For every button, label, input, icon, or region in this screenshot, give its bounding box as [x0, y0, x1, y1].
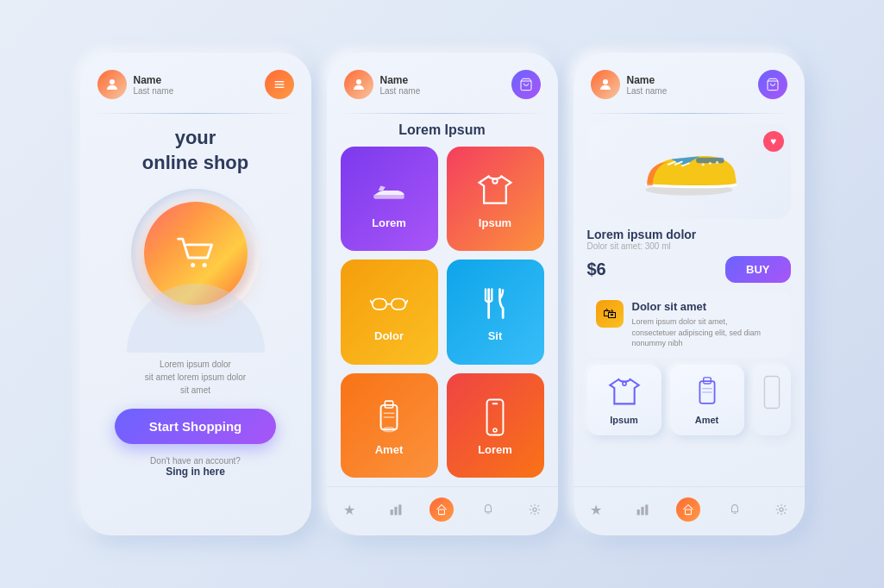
related-label-ipsum: Ipsum	[610, 415, 637, 425]
avatar-2	[344, 70, 373, 99]
hero-description: Lorem ipsum dolor sit amet lorem ipsum d…	[145, 358, 246, 397]
svg-point-30	[603, 79, 608, 84]
nav-bell-3[interactable]	[723, 497, 747, 522]
related-item-ipsum[interactable]: Ipsum	[587, 365, 661, 435]
related-label-amet: Amet	[695, 415, 719, 425]
svg-point-0	[110, 79, 115, 84]
product-desc: Dolor sit amet: 300 ml	[587, 241, 791, 251]
buy-button[interactable]: BUY	[725, 256, 790, 283]
nav-chart-3[interactable]	[630, 497, 655, 522]
related-items: Ipsum Amet	[587, 365, 791, 435]
avatar-1	[97, 70, 127, 99]
svg-point-5	[202, 263, 206, 267]
glasses-icon	[370, 285, 408, 322]
cart-button-2[interactable]	[511, 70, 541, 99]
svg-rect-1	[274, 81, 284, 82]
user-lastname-1: Last name	[134, 86, 174, 96]
menu-button-1[interactable]	[265, 70, 294, 99]
svg-rect-27	[439, 510, 445, 515]
shirt-icon	[476, 172, 514, 210]
tube-icon-1	[370, 398, 408, 436]
nav-chart-2[interactable]	[384, 497, 408, 522]
user-text-3: Name Last name	[627, 74, 668, 96]
nav-bell-2[interactable]	[476, 497, 500, 522]
nav-gear-3[interactable]	[769, 497, 793, 522]
user-name-1: Name	[134, 74, 174, 86]
svg-rect-2	[274, 84, 284, 84]
phone3-header: Name Last name	[574, 53, 805, 109]
category-label-lorem2: Lorem	[478, 443, 512, 456]
product-shoe-image	[633, 141, 745, 202]
category-lorem2[interactable]: Lorem	[447, 373, 544, 478]
promo-section: 🛍 Dolor sit amet Lorem ipsum dolor sit a…	[587, 291, 791, 358]
phone-icon	[476, 398, 514, 436]
divider-3	[585, 113, 793, 114]
category-lorem[interactable]: Lorem	[341, 147, 438, 251]
signin-link[interactable]: Sing in here	[150, 466, 241, 478]
phone2-header: Name Last name	[327, 53, 558, 109]
svg-rect-26	[398, 504, 401, 515]
svg-rect-21	[487, 399, 504, 435]
promo-desc: Lorem ipsum dolor sit amet, consectetuer…	[632, 316, 762, 349]
svg-rect-46	[686, 510, 692, 515]
product-image-area: ♥	[587, 124, 791, 219]
svg-rect-44	[641, 507, 643, 516]
related-item-amet[interactable]: Amet	[670, 365, 744, 435]
svg-point-36	[715, 161, 718, 164]
svg-point-4	[191, 263, 195, 267]
svg-point-37	[622, 382, 625, 385]
category-label-dolor: Dolor	[374, 329, 404, 342]
nav-star-2[interactable]: ★	[337, 497, 361, 522]
phone3-content: ♥ Lorem ipsum dolor Dolor sit amet: 300 …	[574, 117, 805, 486]
svg-rect-42	[764, 376, 779, 408]
svg-line-14	[405, 300, 408, 304]
nav-home-3[interactable]	[676, 497, 700, 522]
avatar-3	[591, 70, 620, 99]
category-label-sit: Sit	[488, 329, 503, 342]
heart-badge[interactable]: ♥	[763, 131, 784, 152]
svg-point-29	[533, 508, 536, 511]
related-shirt-icon	[607, 375, 642, 410]
product-price: $6	[587, 260, 606, 279]
category-ipsum[interactable]: Ipsum	[447, 147, 544, 251]
category-label-lorem1: Lorem	[372, 216, 406, 229]
category-sit[interactable]: Sit	[447, 260, 544, 364]
start-shopping-button[interactable]: Start Shopping	[115, 409, 277, 444]
nav-home-2[interactable]	[429, 497, 454, 522]
svg-rect-8	[373, 196, 404, 199]
svg-rect-24	[390, 510, 392, 515]
related-tube-icon	[690, 375, 724, 410]
phone-card-3: Name Last name	[574, 53, 805, 535]
promo-icon: 🛍	[596, 300, 624, 328]
arch-deco	[97, 318, 294, 353]
category-dolor[interactable]: Dolor	[341, 260, 438, 364]
phone-card-2: Name Last name Lorem Ipsum Lorem Ipsu	[327, 53, 558, 535]
svg-point-9	[492, 178, 498, 184]
nav-star-3[interactable]: ★	[584, 497, 608, 522]
cart-icon	[172, 230, 219, 277]
signin-text: Don't have an account? Sing in here	[150, 456, 241, 478]
svg-rect-25	[394, 507, 397, 516]
category-amet[interactable]: Amet	[341, 373, 438, 478]
user-info-3: Name Last name	[591, 70, 668, 99]
cart-button-3[interactable]	[758, 70, 787, 99]
product-price-row: $6 BUY	[587, 256, 791, 283]
user-info-1: Name Last name	[97, 70, 174, 99]
svg-rect-43	[636, 510, 639, 515]
promo-title: Dolor sit amet	[632, 300, 762, 313]
svg-rect-11	[392, 299, 406, 310]
nav-gear-2[interactable]	[523, 497, 547, 522]
category-grid: Lorem Ipsum Dolor	[327, 147, 558, 486]
svg-point-35	[708, 162, 711, 165]
svg-rect-3	[274, 87, 284, 88]
product-info: Lorem ipsum dolor Dolor sit amet: 300 ml…	[587, 228, 791, 283]
cutlery-icon	[476, 285, 514, 322]
bottom-nav-3: ★	[574, 486, 805, 535]
user-text-1: Name Last name	[134, 74, 174, 96]
phone2-title: Lorem Ipsum	[327, 117, 558, 147]
phone-card-1: Name Last name your online shop	[80, 53, 311, 535]
category-label-ipsum: Ipsum	[479, 216, 511, 229]
hero-title: your online shop	[142, 126, 248, 175]
user-text-2: Name Last name	[380, 74, 421, 96]
svg-line-13	[370, 300, 373, 304]
